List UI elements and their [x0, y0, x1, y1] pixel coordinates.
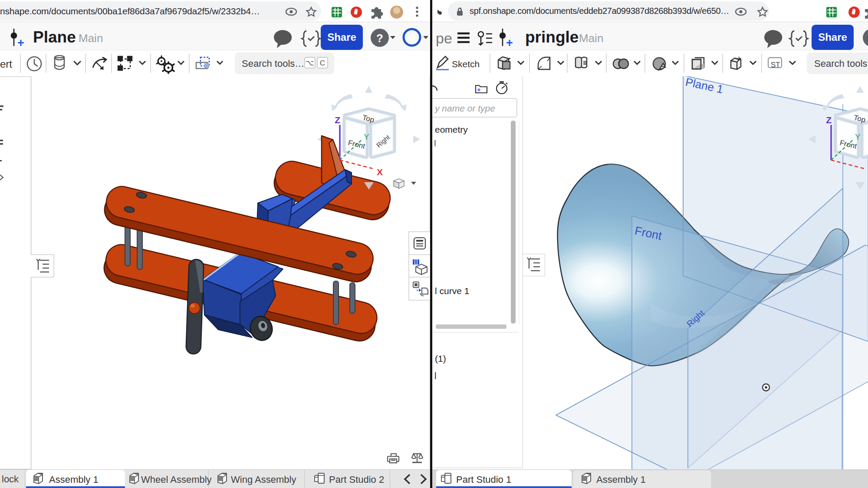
svg-text:Wing Assembly: Wing Assembly — [231, 474, 296, 485]
svg-text:y name or type: y name or type — [434, 103, 495, 113]
svg-text:Assembly 1: Assembly 1 — [596, 474, 646, 485]
svg-text:Part Studio 2: Part Studio 2 — [329, 474, 384, 485]
svg-text:pe: pe — [436, 30, 452, 46]
svg-text:(1): (1) — [435, 354, 446, 364]
svg-text:Z: Z — [335, 115, 340, 125]
svg-text:Z: Z — [826, 115, 832, 125]
svg-text:Y: Y — [855, 132, 861, 141]
svg-text:?: ? — [376, 32, 383, 45]
svg-text:ST: ST — [771, 61, 780, 69]
svg-text:ert: ert — [0, 58, 12, 70]
svg-text:+: + — [17, 36, 24, 49]
svg-text:Sketch: Sketch — [452, 59, 480, 69]
svg-text:Y: Y — [364, 132, 369, 141]
svg-text:Assembly 1: Assembly 1 — [49, 474, 99, 485]
svg-text:Part Studio 1: Part Studio 1 — [456, 474, 511, 485]
svg-text:Wheel Assembly: Wheel Assembly — [141, 474, 212, 485]
svg-text:X: X — [377, 167, 383, 177]
svg-text:+: + — [506, 36, 513, 49]
svg-text:l curve 1: l curve 1 — [435, 286, 469, 296]
svg-text:eometry: eometry — [435, 124, 468, 134]
svg-text:+: + — [477, 86, 481, 93]
